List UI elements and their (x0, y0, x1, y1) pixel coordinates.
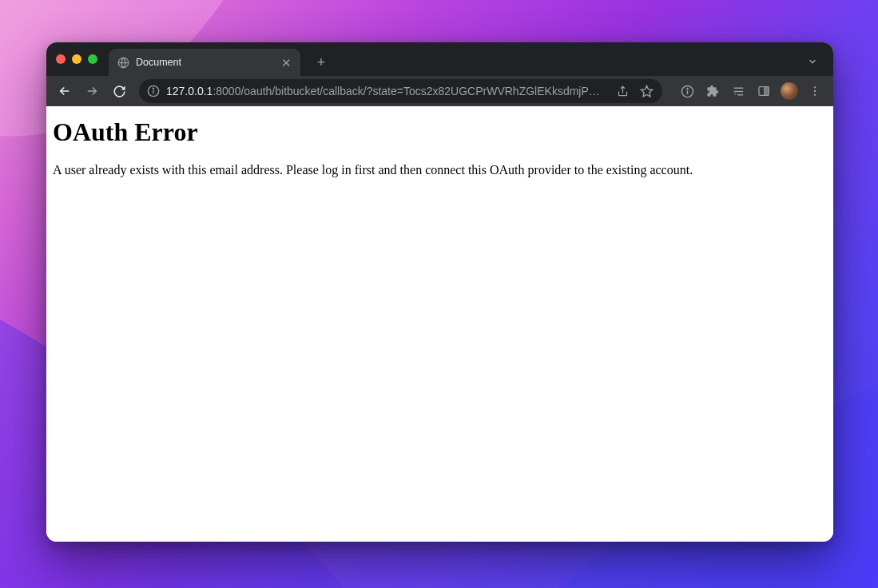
toolbar: 127.0.0.1:8000/oauth/bitbucket/callback/… (46, 76, 833, 106)
svg-point-3 (153, 88, 153, 89)
info-icon[interactable] (675, 79, 699, 103)
address-bar[interactable]: 127.0.0.1:8000/oauth/bitbucket/callback/… (139, 79, 662, 103)
bookmark-star-icon[interactable] (638, 83, 654, 99)
reload-button[interactable] (107, 79, 131, 103)
reading-list-icon[interactable] (726, 79, 750, 103)
forward-button[interactable] (80, 79, 104, 103)
svg-rect-12 (765, 87, 769, 96)
close-window-button[interactable] (56, 54, 66, 64)
error-message: A user already exists with this email ad… (53, 161, 827, 179)
svg-point-14 (814, 90, 816, 92)
window-controls (56, 54, 97, 64)
maximize-window-button[interactable] (88, 54, 97, 64)
tab-overflow-button[interactable] (801, 50, 824, 73)
globe-icon (117, 56, 129, 69)
url-host: 127.0.0.1 (166, 85, 213, 97)
toolbar-right (675, 79, 827, 103)
back-button[interactable] (53, 79, 77, 103)
url-text[interactable]: 127.0.0.1:8000/oauth/bitbucket/callback/… (166, 85, 608, 97)
close-tab-button[interactable]: ✕ (280, 56, 292, 69)
browser-window: Document ✕ + (46, 42, 833, 542)
kebab-menu-icon[interactable] (803, 79, 827, 103)
tab-title: Document (136, 57, 273, 68)
page-content: OAuth Error A user already exists with t… (46, 106, 833, 542)
svg-point-15 (814, 93, 816, 95)
share-icon[interactable] (614, 83, 630, 99)
new-tab-button[interactable]: + (310, 51, 332, 74)
browser-chrome: Document ✕ + (46, 42, 833, 106)
address-actions (614, 83, 654, 99)
browser-tab[interactable]: Document ✕ (109, 49, 300, 76)
site-info-icon[interactable] (147, 85, 160, 97)
minimize-window-button[interactable] (72, 54, 81, 64)
page-heading: OAuth Error (53, 117, 827, 147)
profile-avatar[interactable] (781, 82, 798, 100)
extensions-icon[interactable] (701, 79, 725, 103)
url-path: :8000/oauth/bitbucket/callback/?state=To… (213, 85, 599, 97)
side-panel-icon[interactable] (752, 79, 776, 103)
tab-strip: Document ✕ + (46, 42, 833, 76)
svg-point-6 (686, 88, 687, 89)
svg-point-13 (814, 86, 816, 88)
